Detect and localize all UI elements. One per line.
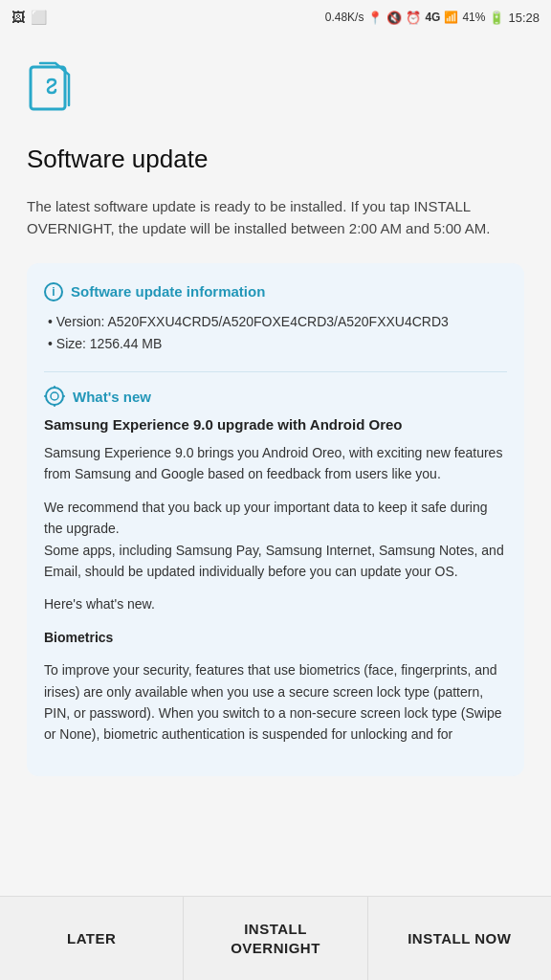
whats-new-title: What's new — [44, 386, 507, 407]
status-bar-left: 🖼 ⬜ — [11, 10, 47, 25]
whats-new-body: Samsung Experience 9.0 brings you Androi… — [44, 442, 507, 746]
image-icon: 🖼 — [11, 10, 25, 25]
later-button[interactable]: LATER — [0, 897, 184, 980]
update-icon — [27, 61, 524, 129]
body-paragraph-3: Here's what's new. — [44, 593, 507, 614]
whats-new-icon — [44, 386, 65, 407]
network-icon: 4G — [425, 11, 440, 24]
svg-point-2 — [51, 392, 58, 400]
main-content: Software update The latest software upda… — [0, 34, 551, 880]
clock: 15:28 — [508, 11, 540, 25]
version-info: • Version: A520FXXU4CRD5/A520FOXE4CRD3/A… — [44, 311, 507, 357]
battery-level: 41% — [462, 11, 485, 24]
install-overnight-button[interactable]: INSTALL OVERNIGHT — [184, 897, 367, 980]
page-title: Software update — [27, 145, 524, 174]
speed-indicator: 0.48K/s — [325, 11, 364, 24]
body-paragraph-2: We recommend that you back up your impor… — [44, 497, 507, 583]
whats-new-subtitle: Samsung Experience 9.0 upgrade with Andr… — [44, 416, 507, 433]
battery-icon: 🔋 — [489, 11, 504, 25]
install-now-button[interactable]: INSTALL NOW — [368, 897, 551, 980]
signal-icon: 📶 — [444, 11, 458, 24]
screenshot-icon: ⬜ — [31, 10, 47, 25]
biometrics-body: To improve your security, features that … — [44, 659, 507, 746]
intro-text: The latest software update is ready to b… — [27, 195, 524, 240]
location-icon: 📍 — [367, 11, 383, 25]
card-divider — [44, 371, 507, 372]
silent-icon: 🔇 — [386, 11, 402, 25]
version-text: • Version: A520FXXU4CRD5/A520FOXE4CRD3/A… — [44, 311, 507, 334]
biometrics-title: Biometrics — [44, 627, 507, 648]
info-section-title: i Software update information — [44, 282, 507, 301]
size-text: • Size: 1256.44 MB — [44, 333, 507, 356]
info-circle-icon: i — [44, 282, 63, 301]
info-card: i Software update information • Version:… — [27, 263, 524, 776]
status-bar: 🖼 ⬜ 0.48K/s 📍 🔇 ⏰ 4G 📶 41% 🔋 15:28 — [0, 0, 551, 34]
alarm-icon: ⏰ — [406, 11, 421, 25]
body-paragraph-1: Samsung Experience 9.0 brings you Androi… — [44, 442, 507, 485]
svg-point-1 — [46, 388, 63, 405]
status-bar-right: 0.48K/s 📍 🔇 ⏰ 4G 📶 41% 🔋 15:28 — [325, 11, 540, 25]
bottom-bar: LATER INSTALL OVERNIGHT INSTALL NOW — [0, 896, 551, 980]
